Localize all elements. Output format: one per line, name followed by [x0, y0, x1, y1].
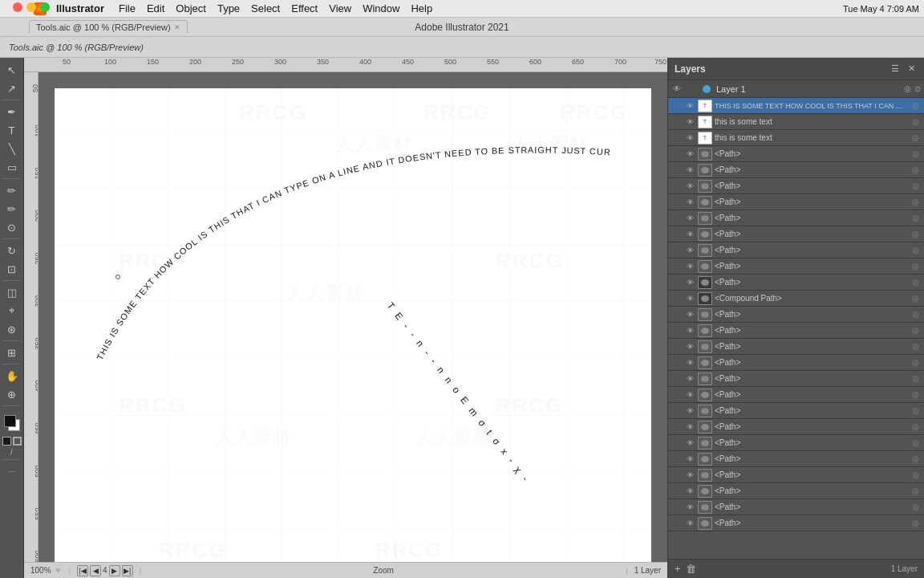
paintbrush-tool[interactable]: ✏	[2, 181, 22, 199]
layer-item[interactable]: <Path> ◎	[668, 162, 924, 178]
new-layer-button[interactable]: +	[675, 563, 681, 575]
layer-item[interactable]: <Path> ◎	[668, 339, 924, 355]
menu-select[interactable]: Select	[246, 1, 285, 16]
layer-item[interactable]: <Path> ◎	[668, 178, 924, 194]
blend-tool[interactable]: ⊛	[2, 320, 22, 338]
layer-item[interactable]: <Path> ◎	[668, 483, 924, 499]
nav-prev-button[interactable]: ◀	[90, 565, 101, 576]
menu-view[interactable]: View	[324, 1, 356, 16]
layer-vis-17[interactable]	[684, 390, 695, 399]
layer-item[interactable]: T THIS IS SOME TEXT HOW COOL IS THIS THA…	[668, 98, 924, 114]
layer-vis-16[interactable]	[684, 374, 695, 383]
panel-close-icon[interactable]: ✕	[905, 63, 918, 75]
nav-next-button[interactable]: ▶	[109, 565, 120, 576]
layer-vis-11[interactable]	[684, 278, 695, 287]
layer-vis-10[interactable]	[684, 262, 695, 271]
artboard-tool[interactable]: ⊞	[2, 344, 22, 361]
layer-vis-13[interactable]	[684, 326, 695, 335]
shape-tool[interactable]: ▭	[2, 158, 22, 176]
layer-item[interactable]: <Path> ◎	[668, 307, 924, 323]
layers-scroll[interactable]: T THIS IS SOME TEXT HOW COOL IS THIS THA…	[668, 98, 924, 559]
foreground-color[interactable]	[4, 415, 16, 427]
nav-last-button[interactable]: ▶|	[122, 565, 133, 576]
menu-window[interactable]: Window	[358, 1, 404, 16]
layer-item[interactable]: <Path> ◎	[668, 275, 924, 291]
layer-item[interactable]: <Path> ◎	[668, 146, 924, 162]
shaper-tool[interactable]: ⊙	[2, 218, 22, 236]
menu-help[interactable]: Help	[406, 1, 437, 16]
artboard-nav[interactable]: |◀ ◀ 4 ▶ ▶|	[77, 565, 133, 576]
layer-vis-23[interactable]	[684, 486, 695, 495]
layer-item[interactable]: <Path> ◎	[668, 226, 924, 242]
layer-vis-4[interactable]	[684, 165, 695, 174]
menu-edit[interactable]: Edit	[142, 1, 169, 16]
nav-first-button[interactable]: |◀	[77, 565, 88, 576]
stroke-box[interactable]	[13, 437, 22, 446]
gradient-tool[interactable]: ◫	[2, 283, 22, 301]
layer-vis-icon-2[interactable]	[684, 133, 695, 142]
layer-vis-12[interactable]	[684, 310, 695, 319]
layer-vis-22[interactable]	[684, 470, 695, 479]
hand-tool[interactable]: ✋	[2, 367, 22, 385]
layer-vis-14[interactable]	[684, 342, 695, 351]
layer-vis-7[interactable]	[684, 214, 695, 222]
menu-type[interactable]: Type	[213, 1, 245, 16]
pen-tool[interactable]: ✒	[2, 103, 22, 120]
layer-item[interactable]: <Path> ◎	[668, 258, 924, 275]
layer-vis-icon-0[interactable]	[684, 101, 695, 110]
eyedropper-tool[interactable]: ⌖	[2, 302, 22, 320]
layer-item[interactable]: <Path> ◎	[668, 467, 924, 483]
maximize-button[interactable]	[40, 2, 50, 12]
panel-menu-icon[interactable]: ☰	[889, 63, 902, 75]
layer-item[interactable]: <Path> ◎	[668, 355, 924, 371]
layer-vis-9[interactable]	[684, 246, 695, 254]
rotate-tool[interactable]: ↻	[2, 242, 22, 259]
menu-object[interactable]: Object	[171, 1, 211, 16]
layer-item[interactable]: <Path> ◎	[668, 323, 924, 339]
layer-vis-25[interactable]	[684, 519, 695, 527]
layer-item[interactable]: <Path> ◎	[668, 387, 924, 403]
layer-vis-cp[interactable]	[684, 294, 695, 303]
direct-select-tool[interactable]: ↗	[2, 79, 22, 97]
layer-item[interactable]: <Path> ◎	[668, 451, 924, 467]
canvas-document[interactable]: RRCG RRCG RRCG 人人素材 人人素材 RRCG RRCG 人人素材 …	[55, 88, 651, 562]
layer-item[interactable]: <Path> ◎	[668, 435, 924, 451]
layer-item[interactable]: <Path> ◎	[668, 194, 924, 210]
layer-item[interactable]: <Path> ◎	[668, 403, 924, 419]
layer-item[interactable]: <Path> ◎	[668, 499, 924, 515]
canvas-container[interactable]: RRCG RRCG RRCG 人人素材 人人素材 RRCG RRCG 人人素材 …	[38, 72, 667, 562]
more-tools-button[interactable]: ···	[2, 462, 22, 480]
type-tool[interactable]: T	[2, 121, 22, 139]
close-button[interactable]	[13, 2, 22, 12]
layer-item[interactable]: <Path> ◎	[668, 371, 924, 387]
layer-vis-icon-1[interactable]	[684, 117, 695, 126]
menu-effect[interactable]: Effect	[286, 1, 322, 16]
layer-vis-18[interactable]	[684, 406, 695, 415]
layer-item[interactable]: T this is some text ◎	[668, 114, 924, 130]
layer-vis-8[interactable]	[684, 230, 695, 238]
layer-item[interactable]: T this is some text ◎	[668, 130, 924, 146]
layer-vis-3[interactable]	[684, 149, 695, 158]
zoom-tool[interactable]: ⊕	[2, 385, 22, 403]
menu-app-name[interactable]: Illustrator	[51, 1, 109, 16]
minimize-button[interactable]	[26, 2, 36, 12]
scale-tool[interactable]: ⊡	[2, 260, 22, 278]
layer-item[interactable]: <Path> ◎	[668, 242, 924, 258]
select-tool[interactable]: ↖	[2, 61, 22, 79]
layer-vis-20[interactable]	[684, 438, 695, 447]
layer-vis-15[interactable]	[684, 358, 695, 367]
tab-close-icon[interactable]: ✕	[174, 23, 180, 31]
layer-item[interactable]: <Path> ◎	[668, 515, 924, 531]
layer-vis-5[interactable]	[684, 181, 695, 190]
layer-group-header[interactable]: 👁 Layer 1 ◎ ⊙	[668, 80, 924, 98]
doc-tab[interactable]: Tools.aic @ 100 % (RGB/Preview) ✕	[29, 20, 188, 34]
layer-vis-19[interactable]	[684, 422, 695, 431]
layer-vis-24[interactable]	[684, 503, 695, 511]
layer-item[interactable]: <Compound Path> ◎	[668, 291, 924, 307]
layer-item[interactable]: <Path> ◎	[668, 210, 924, 226]
layer-group-eye-icon[interactable]: 👁	[671, 84, 683, 93]
layer-vis-6[interactable]	[684, 197, 695, 206]
pencil-tool[interactable]: ✏	[2, 200, 22, 218]
color-selector[interactable]	[2, 412, 22, 434]
layer-vis-21[interactable]	[684, 454, 695, 463]
